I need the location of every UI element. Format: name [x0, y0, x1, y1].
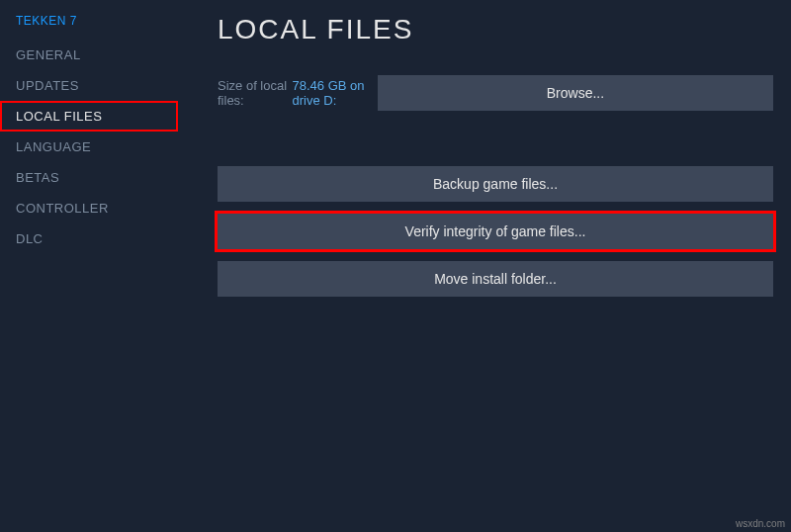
game-title: TEKKEN 7	[0, 14, 178, 40]
browse-button[interactable]: Browse...	[378, 75, 773, 111]
sidebar-item-local-files[interactable]: LOCAL FILES	[0, 101, 178, 132]
move-install-folder-button[interactable]: Move install folder...	[218, 261, 773, 297]
sidebar-item-betas[interactable]: BETAS	[0, 162, 178, 193]
sidebar-item-controller[interactable]: CONTROLLER	[0, 193, 178, 223]
sidebar-item-dlc[interactable]: DLC	[0, 223, 178, 254]
page-title: LOCAL FILES	[218, 14, 773, 45]
watermark: wsxdn.com	[736, 518, 785, 529]
verify-integrity-button[interactable]: Verify integrity of game files...	[218, 214, 773, 249]
backup-game-files-button[interactable]: Backup game files...	[218, 166, 773, 202]
main-panel: LOCAL FILES Size of local files: 78.46 G…	[178, 0, 791, 532]
sidebar: TEKKEN 7 GENERALUPDATESLOCAL FILESLANGUA…	[0, 0, 178, 532]
sidebar-item-general[interactable]: GENERAL	[0, 40, 178, 70]
sidebar-item-updates[interactable]: UPDATES	[0, 70, 178, 101]
size-label: Size of local files:	[218, 78, 289, 108]
size-row: Size of local files: 78.46 GB on drive D…	[218, 75, 773, 111]
sidebar-item-language[interactable]: LANGUAGE	[0, 132, 178, 162]
size-value: 78.46 GB on drive D:	[293, 78, 378, 108]
